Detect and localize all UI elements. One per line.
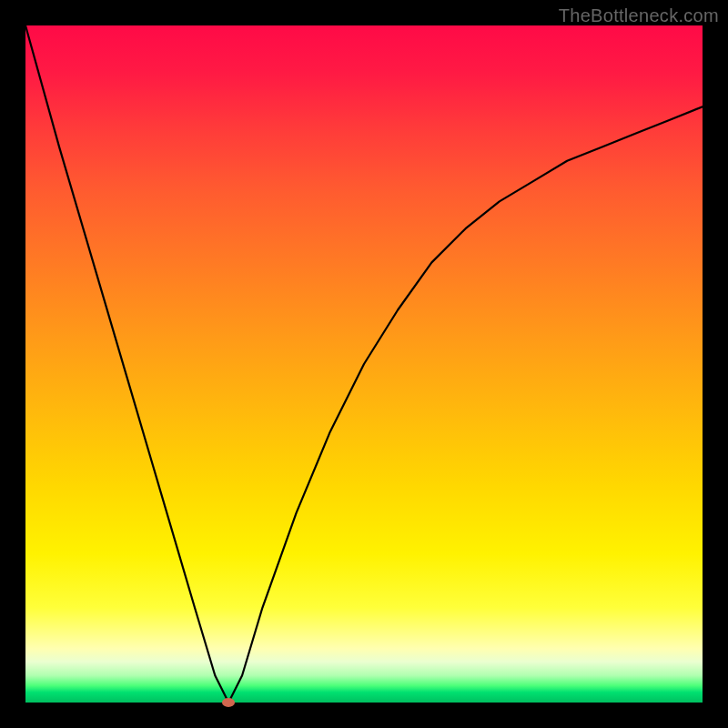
plot-area [25, 25, 703, 703]
optimal-point-marker [222, 698, 235, 707]
watermark-text: TheBottleneck.com [559, 5, 719, 26]
bottleneck-curve [25, 25, 703, 703]
curve-path [25, 25, 703, 703]
chart-frame: TheBottleneck.com [0, 0, 728, 728]
